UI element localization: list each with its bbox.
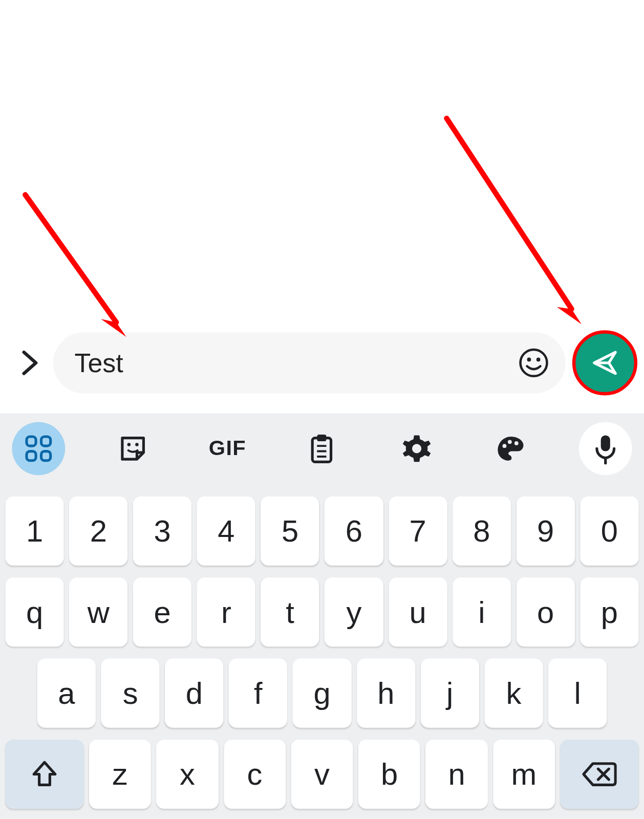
svg-line-25 <box>446 118 571 309</box>
key-p[interactable]: p <box>580 577 638 646</box>
svg-rect-5 <box>41 436 50 445</box>
annotation-arrow-send <box>439 113 592 332</box>
key-m[interactable]: m <box>493 740 555 809</box>
svg-line-23 <box>25 195 116 322</box>
key-s[interactable]: s <box>101 659 159 728</box>
key-8[interactable]: 8 <box>453 497 511 566</box>
svg-point-2 <box>536 357 541 361</box>
gif-label: GIF <box>209 436 246 461</box>
key-0[interactable]: 0 <box>580 497 638 566</box>
key-9[interactable]: 9 <box>516 497 574 566</box>
expand-chevron-icon[interactable] <box>13 350 47 376</box>
key-u[interactable]: u <box>389 577 447 646</box>
key-1[interactable]: 1 <box>5 497 63 566</box>
key-k[interactable]: k <box>484 659 543 728</box>
keyboard-row-2: qwertyuiop <box>3 577 641 646</box>
send-button-container <box>572 330 637 395</box>
key-e[interactable]: e <box>133 577 191 646</box>
key-w[interactable]: w <box>69 577 127 646</box>
key-l[interactable]: l <box>548 659 607 728</box>
svg-point-9 <box>135 443 138 446</box>
clipboard-icon[interactable] <box>295 422 349 475</box>
key-6[interactable]: 6 <box>325 497 383 566</box>
annotation-arrow-input <box>20 189 133 342</box>
key-b[interactable]: b <box>358 740 420 809</box>
key-2[interactable]: 2 <box>69 497 127 566</box>
apps-grid-icon[interactable] <box>12 422 65 475</box>
key-7[interactable]: 7 <box>389 497 447 566</box>
settings-gear-icon[interactable] <box>390 422 443 475</box>
message-input-row <box>0 327 644 399</box>
mic-icon[interactable] <box>579 422 632 475</box>
key-x[interactable]: x <box>156 740 218 809</box>
gif-button[interactable]: GIF <box>201 422 254 475</box>
key-r[interactable]: r <box>197 577 255 646</box>
shift-key[interactable] <box>5 740 83 809</box>
shift-icon <box>31 760 58 789</box>
keyboard-row-1: 1234567890 <box>3 497 641 566</box>
svg-rect-6 <box>27 451 36 460</box>
svg-rect-11 <box>317 434 327 441</box>
key-i[interactable]: i <box>453 577 511 646</box>
key-d[interactable]: d <box>165 659 223 728</box>
key-v[interactable]: v <box>291 740 353 809</box>
svg-point-1 <box>527 357 531 361</box>
key-h[interactable]: h <box>357 659 415 728</box>
backspace-icon <box>582 761 617 788</box>
keyboard-toolbar: GIF <box>0 414 644 483</box>
key-5[interactable]: 5 <box>261 497 319 566</box>
svg-point-16 <box>502 444 506 448</box>
key-f[interactable]: f <box>229 659 287 728</box>
svg-point-8 <box>127 443 131 446</box>
svg-marker-26 <box>557 307 582 325</box>
key-n[interactable]: n <box>425 740 487 809</box>
key-y[interactable]: y <box>325 577 383 646</box>
svg-rect-10 <box>313 438 331 462</box>
key-3[interactable]: 3 <box>133 497 191 566</box>
svg-point-15 <box>412 444 421 453</box>
key-c[interactable]: c <box>224 740 286 809</box>
send-button[interactable] <box>575 333 635 393</box>
key-g[interactable]: g <box>293 659 351 728</box>
svg-point-0 <box>521 350 547 376</box>
svg-rect-4 <box>27 436 36 445</box>
svg-point-18 <box>514 441 519 445</box>
key-j[interactable]: j <box>420 659 479 728</box>
backspace-key[interactable] <box>560 740 638 809</box>
emoji-icon[interactable] <box>517 346 551 380</box>
key-4[interactable]: 4 <box>197 497 255 566</box>
svg-rect-7 <box>41 451 50 460</box>
keyboard: 1234567890 qwertyuiop asdfghjkl zxcvbnm <box>0 483 644 819</box>
keyboard-row-3: asdfghjkl <box>3 659 641 728</box>
message-input[interactable] <box>74 348 516 378</box>
key-a[interactable]: a <box>37 659 96 728</box>
key-q[interactable]: q <box>5 577 63 646</box>
svg-point-17 <box>508 440 512 444</box>
sticker-icon[interactable] <box>106 422 160 475</box>
message-input-container <box>53 332 566 393</box>
svg-rect-19 <box>601 435 610 451</box>
keyboard-row-4: zxcvbnm <box>3 740 641 809</box>
key-z[interactable]: z <box>89 740 151 809</box>
palette-icon[interactable] <box>484 422 538 475</box>
key-o[interactable]: o <box>516 577 574 646</box>
key-t[interactable]: t <box>261 577 319 646</box>
